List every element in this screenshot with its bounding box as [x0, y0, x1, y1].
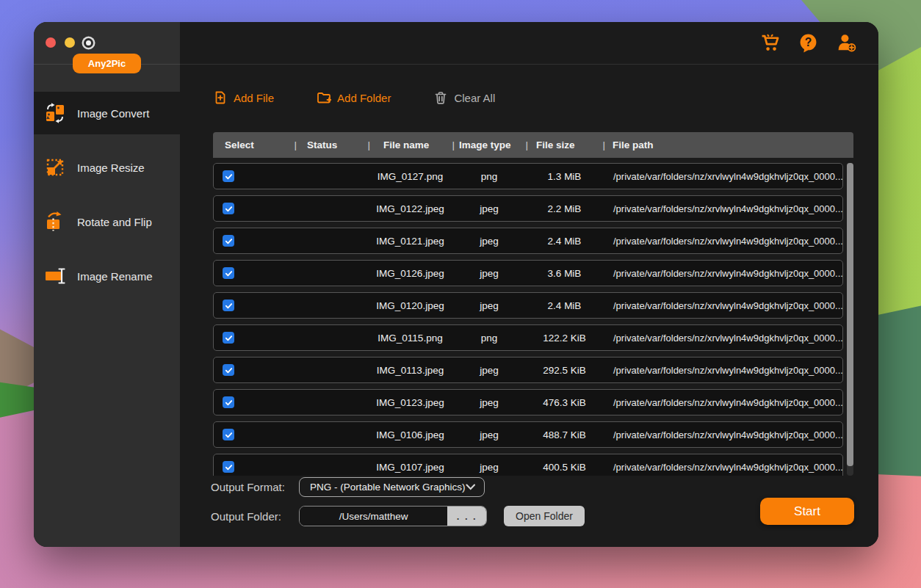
- row-path: /private/var/folders/nz/xrvlwyln4w9dgkhv…: [603, 268, 842, 279]
- table-row[interactable]: IMG_0123.jpeg jpeg 476.3 KiB /private/va…: [213, 389, 843, 415]
- file-table: Select| Status| File name| Image type| F…: [213, 132, 853, 476]
- cart-icon[interactable]: [760, 33, 780, 53]
- traffic-lights: [46, 37, 93, 48]
- row-path: /private/var/folders/nz/xrvlwyln4w9dgkhv…: [603, 236, 842, 247]
- column-header-file-path: File path: [602, 139, 853, 150]
- zoom-button[interactable]: [84, 38, 93, 48]
- add-file-button[interactable]: Add File: [213, 90, 274, 105]
- row-path: /private/var/folders/nz/xrvlwyln4w9dgkhv…: [603, 300, 842, 311]
- clear-all-label: Clear All: [454, 92, 495, 104]
- minimize-button[interactable]: [65, 37, 75, 48]
- row-checkbox[interactable]: [223, 300, 234, 311]
- row-type: png: [452, 171, 526, 182]
- table-row[interactable]: IMG_0122.jpeg jpeg 2.2 MiB /private/var/…: [213, 195, 843, 222]
- row-filename: IMG_0123.jpeg: [368, 397, 452, 408]
- add-user-icon[interactable]: [837, 33, 856, 53]
- row-checkbox[interactable]: [223, 267, 234, 279]
- row-checkbox[interactable]: [223, 203, 234, 214]
- row-filename: IMG_0113.jpeg: [368, 365, 452, 376]
- row-checkbox[interactable]: [223, 396, 234, 408]
- check-icon: [224, 462, 234, 472]
- column-header-select: Select|: [213, 139, 294, 150]
- row-path: /private/var/folders/nz/xrvlwyln4w9dgkhv…: [603, 203, 842, 214]
- sidebar-item-label: Image Convert: [77, 107, 149, 120]
- row-filename: IMG_0106.jpeg: [368, 429, 452, 440]
- table-row[interactable]: IMG_0113.jpeg jpeg 292.5 KiB /private/va…: [213, 357, 843, 383]
- row-filename: IMG_0122.jpeg: [368, 203, 452, 214]
- clear-all-button[interactable]: Clear All: [433, 90, 495, 105]
- check-icon: [224, 172, 234, 181]
- row-type: jpeg: [452, 268, 526, 279]
- table-row[interactable]: IMG_0120.jpeg jpeg 2.4 MiB /private/var/…: [213, 292, 843, 319]
- row-checkbox[interactable]: [223, 170, 234, 182]
- column-header-file-size: File size|: [525, 139, 602, 150]
- sidebar-item-label: Image Resize: [77, 161, 145, 174]
- row-size: 2.2 MiB: [526, 203, 603, 214]
- add-folder-button[interactable]: Add Folder: [317, 90, 391, 105]
- sidebar-nav: Image Convert Image Resize: [34, 92, 180, 309]
- table-scrollbar-thumb[interactable]: [847, 163, 853, 466]
- row-filename: IMG_0127.png: [368, 171, 452, 182]
- row-type: jpeg: [452, 236, 526, 247]
- close-button[interactable]: [46, 37, 56, 48]
- table-row[interactable]: IMG_0126.jpeg jpeg 3.6 MiB /private/var/…: [213, 260, 843, 286]
- row-select-cell: [214, 364, 295, 376]
- row-checkbox[interactable]: [223, 429, 234, 440]
- table-row[interactable]: IMG_0127.png png 1.3 MiB /private/var/fo…: [213, 163, 843, 189]
- sidebar-item-image-resize[interactable]: Image Resize: [34, 146, 180, 189]
- titlebar-actions: ?: [760, 22, 878, 64]
- image-resize-icon: [44, 156, 66, 178]
- toolbar: Add File Add Folder Clear All: [213, 87, 495, 109]
- table-row[interactable]: IMG_0106.jpeg jpeg 488.7 KiB /private/va…: [213, 421, 843, 448]
- table-row[interactable]: IMG_0121.jpeg jpeg 2.4 MiB /private/var/…: [213, 228, 843, 254]
- output-folder-label: Output Folder:: [211, 510, 281, 523]
- row-checkbox[interactable]: [223, 461, 234, 473]
- output-folder-group: /Users/matthew . . .: [299, 506, 487, 526]
- table-header: Select| Status| File name| Image type| F…: [213, 132, 853, 158]
- trash-icon: [433, 90, 448, 105]
- row-filename: IMG_0107.jpeg: [368, 462, 452, 473]
- rotate-flip-icon: [44, 211, 66, 233]
- check-icon: [224, 236, 234, 246]
- row-path: /private/var/folders/nz/xrvlwyln4w9dgkhv…: [603, 333, 842, 344]
- image-convert-icon: [44, 102, 66, 124]
- output-folder-input[interactable]: /Users/matthew: [300, 507, 447, 526]
- browse-button[interactable]: . . .: [447, 507, 486, 526]
- add-file-label: Add File: [234, 92, 274, 104]
- column-header-image-type: Image type|: [452, 139, 525, 150]
- open-folder-button[interactable]: Open Folder: [504, 506, 585, 526]
- row-select-cell: [214, 429, 295, 440]
- row-select-cell: [214, 396, 295, 408]
- table-row[interactable]: IMG_0115.png png 122.2 KiB /private/var/…: [213, 324, 843, 351]
- row-select-cell: [214, 235, 295, 247]
- sidebar-item-rotate-and-flip[interactable]: Rotate and Flip: [34, 200, 180, 243]
- row-path: /private/var/folders/nz/xrvlwyln4w9dgkhv…: [603, 365, 842, 376]
- output-format-select[interactable]: PNG - (Portable Network Graphics): [299, 477, 485, 497]
- row-select-cell: [214, 267, 295, 279]
- row-size: 400.5 KiB: [526, 462, 603, 473]
- row-type: jpeg: [452, 397, 526, 408]
- add-folder-icon: [317, 90, 331, 105]
- row-checkbox[interactable]: [223, 332, 234, 344]
- table-row[interactable]: IMG_0107.jpeg jpeg 400.5 KiB /private/va…: [213, 454, 843, 476]
- row-size: 292.5 KiB: [526, 365, 603, 376]
- row-checkbox[interactable]: [223, 235, 234, 247]
- row-select-cell: [214, 170, 295, 182]
- start-button[interactable]: Start: [760, 498, 854, 525]
- app-badge: Any2Pic: [73, 54, 141, 73]
- row-checkbox[interactable]: [223, 364, 234, 376]
- row-type: jpeg: [452, 462, 526, 473]
- main-panel: ? Add File: [180, 22, 878, 547]
- check-icon: [224, 301, 234, 311]
- table-rows: IMG_0127.png png 1.3 MiB /private/var/fo…: [213, 163, 843, 476]
- help-icon[interactable]: ?: [798, 33, 818, 53]
- sidebar-item-label: Image Rename: [77, 270, 153, 283]
- sidebar-item-image-convert[interactable]: Image Convert: [34, 92, 180, 134]
- row-filename: IMG_0115.png: [368, 333, 452, 344]
- add-file-icon: [213, 90, 228, 105]
- output-format-label: Output Format:: [211, 481, 285, 493]
- row-size: 1.3 MiB: [526, 171, 603, 182]
- sidebar-item-image-rename[interactable]: Image Rename: [34, 255, 180, 297]
- titlebar-divider: [34, 64, 878, 65]
- row-size: 2.4 MiB: [526, 236, 603, 247]
